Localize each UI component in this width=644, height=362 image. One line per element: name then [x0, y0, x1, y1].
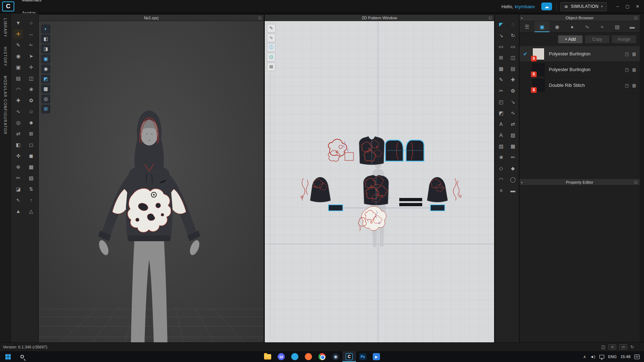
flower-icon[interactable]: ❀ [497, 153, 506, 162]
3d-viewport[interactable]: ◐◧◨▣◉◩▦◎⊞ [39, 21, 264, 342]
material-options-icon[interactable]: ▩ [632, 67, 636, 72]
render-image-icon[interactable]: ▤ [14, 74, 23, 83]
discord-icon[interactable]: ω [274, 351, 288, 362]
gravity-weight-icon[interactable]: ⊕ [14, 162, 23, 172]
material-copy-icon[interactable]: ◳ [625, 83, 629, 88]
start-button[interactable] [0, 351, 16, 362]
curve-tool-icon[interactable]: ∿ [14, 107, 23, 116]
popout-icon[interactable]: ◱ [634, 180, 638, 184]
tape-edit-icon[interactable]: ✁ [26, 40, 36, 50]
popout-icon[interactable]: ◱ [258, 16, 262, 20]
file-explorer-icon[interactable] [261, 351, 274, 362]
pattern-3d-icon[interactable]: ✿ [26, 96, 36, 105]
edit-pattern-icon[interactable]: ▭ [497, 42, 506, 51]
material-options-icon[interactable]: ▩ [632, 83, 636, 88]
pane-toggle-icon[interactable]: ◤ [497, 20, 506, 29]
cube-icon[interactable]: ◻ [26, 140, 36, 149]
sewing-needle-icon[interactable]: ✚ [14, 96, 23, 105]
network-icon[interactable] [599, 355, 604, 358]
mesh-view-icon[interactable]: ▦ [42, 85, 50, 93]
list-icon[interactable]: ≡ [497, 186, 506, 195]
diamond-icon[interactable]: ◇ [497, 164, 506, 173]
circle-tool-icon[interactable]: ◯ [508, 175, 518, 184]
sync-icon[interactable]: ⇄ [14, 129, 23, 138]
dart-icon[interactable]: ◩ [497, 108, 506, 118]
pattern-grid-icon[interactable]: ▧ [497, 142, 506, 151]
hash-grid-icon[interactable]: ▤ [508, 64, 518, 73]
material-options-icon[interactable]: ▩ [632, 51, 636, 56]
rotate-icon[interactable]: ↻ [508, 31, 518, 40]
lock-pattern-icon[interactable]: ⊠ [267, 63, 275, 71]
measure-avatar-icon[interactable]: ◫ [26, 74, 36, 83]
smiley-morph-icon[interactable]: ☺ [26, 107, 36, 116]
world-cube-icon[interactable]: ⊞ [42, 105, 50, 113]
steam-icon[interactable]: ◉ [329, 351, 342, 362]
flatten-icon[interactable]: ↖ [14, 195, 23, 205]
info-icon[interactable]: ⓘ [267, 43, 275, 52]
plus-tool-icon[interactable]: ✚ [508, 75, 518, 84]
text-style-icon[interactable]: A [497, 130, 506, 140]
material-copy-icon[interactable]: ◳ [625, 51, 629, 56]
mirror-icon[interactable]: ⇄ [508, 119, 518, 129]
volume-icon[interactable]: ◄) [590, 354, 595, 359]
material-row[interactable]: ✔SPolyester Burlington◳▩ [519, 46, 640, 62]
pattern-piece-sleeve-right[interactable] [427, 177, 448, 202]
chrome-icon[interactable] [315, 351, 329, 362]
text-tool-icon[interactable]: A [497, 119, 506, 129]
object-browser-titlebar[interactable]: ▸ Object Browser ◱ [519, 15, 640, 21]
clo-app-icon[interactable]: C [342, 351, 356, 362]
pattern-piece-hood-side-left[interactable] [385, 140, 403, 161]
2d-pattern-canvas[interactable]: ✎∿ⓘ⊡⊠ [265, 21, 494, 342]
cut-sew-icon[interactable]: ✂ [497, 86, 506, 95]
wave-icon[interactable]: ∿ [508, 108, 518, 118]
pattern-piece-waistband[interactable] [328, 205, 445, 211]
menu-item-materials[interactable]: Materials [17, 0, 53, 6]
close-button[interactable]: ✕ [633, 2, 643, 11]
fabric-square-icon[interactable]: ▩ [26, 162, 36, 172]
print-decal-right[interactable] [453, 178, 461, 200]
sidebar-tab-history[interactable]: HISTORY [3, 47, 7, 66]
pin-avatar-icon[interactable]: ✛ [26, 63, 36, 72]
curve-icon[interactable]: ◠ [497, 175, 506, 184]
tab-fabric[interactable]: ▣ [535, 21, 550, 32]
photoshop-icon[interactable]: Ps [356, 351, 370, 362]
swatch2-icon[interactable]: ▩ [508, 142, 518, 151]
assign-button[interactable]: Assign [612, 35, 636, 43]
curve-point-icon[interactable]: ∿ [267, 34, 275, 42]
dual-view-icon[interactable]: ◫ [601, 344, 605, 349]
popout-icon[interactable]: ◱ [489, 16, 492, 20]
tab-puckering[interactable]: ≈ [595, 21, 610, 32]
hanger-icon[interactable]: △ [26, 207, 36, 216]
scissors-icon[interactable]: ✂ [14, 173, 23, 183]
flower2-icon[interactable]: ✿ [508, 86, 518, 95]
sidebar-tab-library[interactable]: LIBRARY [3, 18, 7, 38]
popout-icon[interactable]: ◱ [634, 16, 638, 20]
tab-topstitch[interactable]: ∿ [580, 21, 595, 32]
view-sphere-icon[interactable]: ◐ [42, 25, 50, 33]
minimize-button[interactable]: – [613, 2, 623, 11]
tape-measure-icon[interactable]: ◠ [14, 85, 23, 94]
notification-center-icon[interactable] [634, 354, 640, 359]
2d-window-titlebar[interactable]: 2D Pattern Window ◱ [265, 15, 494, 21]
collapse-arrow-icon[interactable]: ▸ [521, 180, 523, 184]
avatar-show-icon[interactable]: ◉ [42, 65, 50, 73]
move-gizmo-icon[interactable]: ✛ [14, 29, 23, 39]
material-copy-icon[interactable]: ◳ [625, 67, 629, 72]
movies-app-icon[interactable]: ▶ [370, 351, 383, 362]
pattern-piece-hood-side-right[interactable] [406, 140, 424, 161]
select-tool-icon[interactable]: ▼ [14, 18, 23, 28]
texture-surface-icon[interactable]: ▣ [42, 55, 50, 63]
tab-scene-list[interactable]: ☰ [519, 21, 535, 32]
2d-pattern-scene[interactable] [265, 21, 494, 342]
strengthen-icon[interactable]: ▲ [14, 207, 23, 216]
flower-pattern-icon[interactable]: ❀ [26, 85, 36, 94]
view-3d-button[interactable]: 3D [609, 344, 616, 349]
print-decal-left[interactable] [301, 178, 308, 200]
view-2d-button[interactable]: 2D [619, 344, 627, 349]
edit-pattern-tool-icon[interactable]: ✎ [267, 24, 275, 33]
solidify-icon[interactable]: ◪ [14, 184, 23, 194]
clock[interactable]: 15:48 [620, 354, 630, 359]
refresh-view-icon[interactable]: ↻ [630, 344, 634, 349]
grid-icon[interactable]: ▦ [497, 64, 506, 73]
arrow-up-icon[interactable]: ↑ [26, 195, 36, 205]
